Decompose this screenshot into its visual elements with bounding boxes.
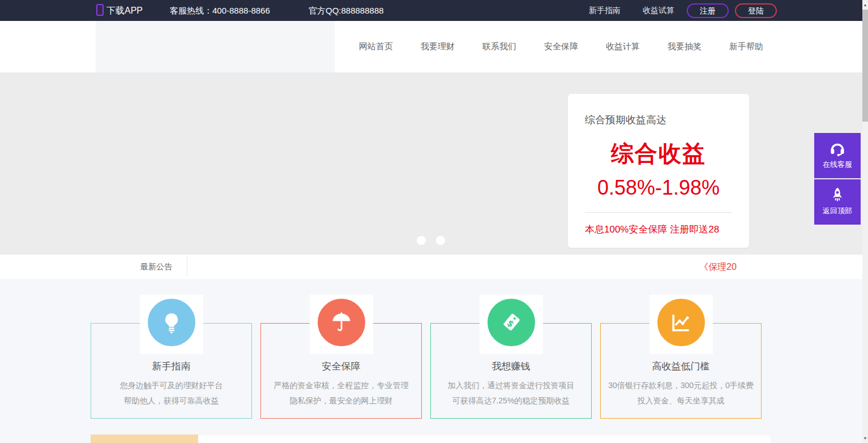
- feature-text: 加入我们，通过将资金进行投资项目 可获得高达7.25%的稳定预期收益: [431, 378, 591, 408]
- register-button[interactable]: 注册: [687, 3, 729, 18]
- topbar: 下载APP 客服热线：400-8888-8866 官方QQ:888888888 …: [0, 0, 868, 21]
- yield-card-divider: [585, 212, 732, 213]
- feature-line1: 加入我们，通过将资金进行投资项目: [431, 378, 591, 393]
- scrollbar-thumb[interactable]: [862, 10, 868, 122]
- feature-card-low-threshold[interactable]: 高收益低门槛 30倍银行存款利息，300元起投，0手续费 投入资金、每天坐享其成: [600, 323, 762, 419]
- carousel-dot-1[interactable]: [417, 236, 426, 245]
- yield-card-subtitle: 综合预期收益高达: [585, 113, 749, 127]
- download-app-link[interactable]: 下载APP: [96, 0, 143, 21]
- nav-item-calc[interactable]: 收益计算: [606, 41, 640, 52]
- scrollbar-down-arrow[interactable]: ▼: [862, 433, 868, 443]
- scrollbar-up-arrow[interactable]: ▲: [862, 0, 868, 10]
- feature-title: 我想赚钱: [431, 360, 591, 373]
- page: 下载APP 客服热线：400-8888-8866 官方QQ:888888888 …: [0, 0, 868, 443]
- feature-text: 严格的资金审核，全程监控，专业管理 隐私保护，最安全的网上理财: [261, 378, 421, 408]
- feature-icon-backdrop: $: [480, 295, 543, 354]
- topbar-link-calc[interactable]: 收益试算: [643, 0, 674, 21]
- logo-placeholder[interactable]: [96, 21, 335, 75]
- back-to-top-label: 返回顶部: [814, 206, 861, 216]
- announcement-label: 最新公告: [140, 255, 172, 279]
- feature-card-earn[interactable]: $ 我想赚钱 加入我们，通过将资金进行投资项目 可获得高达7.25%的稳定预期收…: [430, 323, 592, 419]
- nav-item-lottery[interactable]: 我要抽奖: [668, 41, 702, 52]
- yield-card-note: 本息100%安全保障 注册即送28: [585, 223, 749, 236]
- online-service-button[interactable]: 在线客服: [814, 133, 861, 178]
- yield-card: 综合预期收益高达 综合收益 0.58%-1.98% 本息100%安全保障 注册即…: [568, 94, 749, 248]
- scrollbar[interactable]: ▲ ▼: [862, 0, 868, 443]
- feature-icon-backdrop: [649, 295, 713, 354]
- feature-text: 您身边触手可及的理财好平台 帮助他人，获得可靠高收益: [91, 378, 251, 408]
- feature-icon-backdrop: [310, 295, 373, 354]
- feature-title: 安全保障: [261, 360, 421, 373]
- price-tag-icon: $: [485, 296, 538, 349]
- feature-title: 高收益低门槛: [601, 360, 761, 373]
- hero-banner: 综合预期收益高达 综合收益 0.58%-1.98% 本息100%安全保障 注册即…: [0, 72, 868, 255]
- announcement-marquee: 《保理20: [187, 255, 739, 279]
- feature-card-guide[interactable]: 新手指南 您身边触手可及的理财好平台 帮助他人，获得可靠高收益: [91, 323, 252, 419]
- phone-icon: [96, 4, 104, 16]
- online-service-label: 在线客服: [814, 160, 861, 170]
- download-app-label: 下载APP: [106, 6, 143, 15]
- lightbulb-icon: [145, 296, 198, 349]
- feature-line2: 投入资金、每天坐享其成: [601, 393, 761, 408]
- umbrella-icon: [315, 296, 368, 349]
- login-button[interactable]: 登陆: [735, 3, 777, 18]
- feature-line1: 严格的资金审核，全程监控，专业管理: [261, 378, 421, 393]
- feature-title: 新手指南: [91, 360, 251, 373]
- feature-line1: 30倍银行存款利息，300元起投，0手续费: [601, 378, 761, 393]
- rocket-icon: [814, 186, 861, 205]
- feature-card-security[interactable]: 安全保障 严格的资金审核，全程监控，专业管理 隐私保护，最安全的网上理财: [260, 323, 422, 419]
- feature-icon-backdrop: [140, 295, 203, 354]
- hotline-text: 客服热线：400-8888-8866: [170, 0, 270, 21]
- announcement-bar: 最新公告 《保理20: [0, 255, 868, 279]
- next-section-active-tab[interactable]: [91, 435, 198, 443]
- yield-card-rate: 0.58%-1.98%: [568, 176, 749, 200]
- qq-text: 官方QQ:888888888: [309, 0, 384, 21]
- feature-line1: 您身边触手可及的理财好平台: [91, 378, 251, 393]
- feature-text: 30倍银行存款利息，300元起投，0手续费 投入资金、每天坐享其成: [601, 378, 761, 408]
- announcement-text[interactable]: 《保理20: [699, 255, 737, 279]
- nav-item-home[interactable]: 网站首页: [359, 41, 393, 52]
- main-nav: 网站首页 我要理财 联系我们 安全保障 收益计算 我要抽奖 新手帮助: [359, 21, 763, 72]
- feature-line2: 可获得高达7.25%的稳定预期收益: [431, 393, 591, 408]
- nav-item-invest[interactable]: 我要理财: [421, 41, 455, 52]
- chart-icon: [655, 296, 708, 349]
- feature-line2: 帮助他人，获得可靠高收益: [91, 393, 251, 408]
- feature-line2: 隐私保护，最安全的网上理财: [261, 393, 421, 408]
- headset-icon: [814, 139, 861, 158]
- nav-item-help[interactable]: 新手帮助: [729, 41, 763, 52]
- topbar-link-guide[interactable]: 新手指南: [589, 0, 621, 21]
- yield-card-title: 综合收益: [568, 138, 749, 169]
- carousel-dot-2[interactable]: [436, 236, 445, 245]
- back-to-top-button[interactable]: 返回顶部: [814, 179, 861, 225]
- nav-item-security[interactable]: 安全保障: [544, 41, 578, 52]
- nav-item-contact[interactable]: 联系我们: [482, 41, 516, 52]
